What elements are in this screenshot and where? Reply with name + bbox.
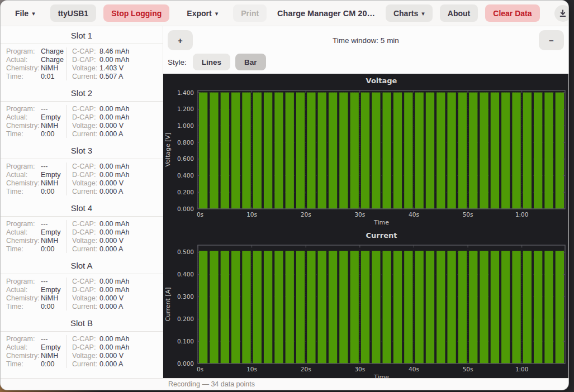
field-row: Program:---	[6, 278, 67, 285]
bar	[274, 251, 283, 364]
x-tick-label: 40s	[409, 211, 419, 218]
bar	[231, 93, 240, 209]
bar	[437, 251, 445, 364]
field-value: 0.000 A	[99, 130, 123, 138]
field-value: 0:00	[41, 303, 54, 310]
bar	[491, 93, 499, 209]
field-row: Voltage:0.000 V	[72, 237, 163, 245]
field-value: NiMH	[41, 237, 58, 245]
chevron-down-icon: ▾	[32, 11, 35, 17]
field-label: C-CAP:	[72, 278, 99, 285]
slot-details: Program:---Actual:EmptyChemistry:NiMHTim…	[1, 101, 163, 142]
export-menu-button[interactable]: Export ▾	[179, 4, 226, 22]
slot-details: Program:ChargeActual:ChargeChemistry:NiM…	[1, 44, 163, 85]
style-bar-button[interactable]: Bar	[235, 54, 266, 70]
chart-title: Voltage	[366, 77, 397, 85]
bar	[480, 93, 488, 209]
field-label: Voltage:	[72, 237, 99, 245]
charts-menu-button[interactable]: Charts ▾	[386, 4, 433, 22]
field-row: C-CAP:0.00 mAh	[72, 335, 163, 343]
field-row: Chemistry:NiMH	[6, 122, 67, 130]
slot-left-column: Program:---Actual:EmptyChemistry:NiMHTim…	[6, 162, 67, 195]
field-label: Actual:	[6, 343, 41, 351]
field-value: 0.000 A	[99, 303, 123, 310]
field-row: D-CAP:0.00 mAh	[72, 343, 163, 351]
field-row: D-CAP:0.00 mAh	[72, 56, 163, 64]
field-value: 0.00 mAh	[99, 278, 130, 285]
slot-card: Slot BProgram:---Actual:EmptyChemistry:N…	[1, 315, 163, 372]
y-tick-label: 0.200	[177, 189, 194, 195]
field-row: Current:0.000 A	[72, 303, 163, 310]
field-value: 0.00 mAh	[99, 171, 130, 179]
field-row: D-CAP:0.00 mAh	[72, 171, 163, 179]
field-label: D-CAP:	[72, 171, 99, 179]
about-button[interactable]: About	[440, 4, 478, 22]
field-label: Actual:	[6, 171, 41, 179]
field-value: Empty	[41, 286, 60, 294]
status-text: Recording — 34 data points	[168, 380, 255, 388]
field-row: Time:0:00	[6, 360, 67, 368]
clear-data-label: Clear Data	[493, 9, 532, 18]
field-value: 0.000 V	[99, 179, 124, 187]
y-tick-label: 0.100	[177, 338, 194, 345]
time-window-row: + Time window: 5 min −	[168, 30, 564, 50]
style-row: Style: Lines Bar	[168, 54, 564, 70]
main-area: Slot 1Program:ChargeActual:ChargeChemist…	[1, 26, 568, 378]
bar	[426, 93, 434, 209]
field-label: Current:	[72, 188, 99, 195]
bar	[264, 251, 272, 364]
field-label: Time:	[6, 360, 41, 368]
bar	[210, 93, 218, 209]
bar	[491, 251, 499, 364]
y-tick-label: 1.200	[177, 106, 194, 112]
bar	[393, 93, 402, 209]
field-value: 0.000 V	[99, 122, 124, 130]
file-menu-button[interactable]: File ▾	[7, 4, 43, 22]
style-label: Style:	[168, 58, 187, 66]
x-tick-label: 40s	[409, 366, 419, 372]
export-menu-label: Export	[187, 9, 211, 18]
zoom-in-button[interactable]: +	[168, 30, 193, 50]
field-label: Program:	[6, 220, 41, 228]
field-row: Time:0:00	[6, 303, 67, 310]
bar	[447, 93, 456, 209]
field-value: NiMH	[41, 294, 58, 302]
field-label: Chemistry:	[6, 352, 41, 360]
field-label: Time:	[6, 188, 41, 195]
slots-sidebar: Slot 1Program:ChargeActual:ChargeChemist…	[1, 26, 163, 378]
field-value: 0.00 mAh	[99, 335, 130, 343]
port-button[interactable]: ttyUSB1	[50, 4, 96, 22]
field-value: 0.000 V	[99, 294, 124, 302]
field-label: D-CAP:	[72, 343, 99, 351]
field-label: Current:	[72, 73, 99, 80]
chart-controls: + Time window: 5 min − Style: Lines Bar	[163, 26, 568, 74]
bar	[199, 251, 207, 364]
bar	[523, 93, 532, 209]
field-value: NiMH	[41, 64, 58, 72]
field-row: Actual:Empty	[6, 171, 67, 179]
field-value: 0.00 mAh	[99, 113, 130, 121]
field-label: D-CAP:	[72, 56, 99, 64]
field-value: ---	[41, 162, 48, 170]
stop-logging-button[interactable]: Stop Logging	[103, 4, 169, 22]
y-tick-label: 0.000	[177, 205, 194, 212]
slot-title: Slot A	[1, 258, 163, 274]
bar	[372, 251, 380, 364]
field-value: 0.00 mAh	[99, 228, 130, 236]
y-axis-label: Current [A]	[164, 288, 172, 322]
print-button[interactable]: Print	[233, 4, 267, 22]
field-value: 0.000 A	[99, 245, 123, 253]
slot-right-column: C-CAP:0.00 mAhD-CAP:0.00 mAhVoltage:0.00…	[67, 105, 163, 138]
field-label: Voltage:	[72, 64, 99, 72]
style-lines-button[interactable]: Lines	[193, 54, 230, 70]
clear-data-button[interactable]: Clear Data	[485, 4, 539, 22]
field-label: Chemistry:	[6, 237, 41, 245]
download-icon[interactable]	[554, 5, 569, 22]
zoom-out-button[interactable]: −	[539, 30, 564, 50]
bar	[544, 93, 553, 209]
bar	[318, 93, 326, 209]
field-row: Actual:Empty	[6, 286, 67, 294]
bar	[329, 251, 337, 364]
field-row: Voltage:0.000 V	[72, 122, 163, 130]
slot-card: Slot AProgram:---Actual:EmptyChemistry:N…	[1, 258, 163, 315]
